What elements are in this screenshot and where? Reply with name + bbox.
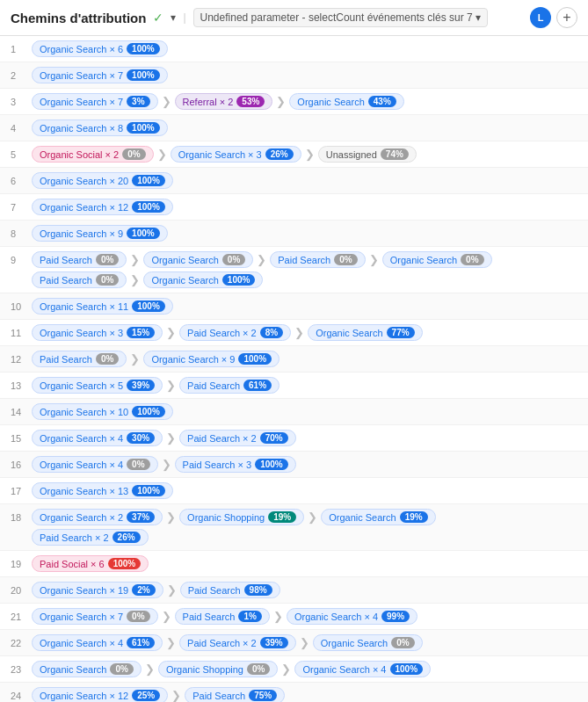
channel-chip[interactable]: Paid Search × 28% [179,324,291,341]
row-number: 15 [11,430,32,444]
channel-chip[interactable]: Organic Search0% [382,251,492,268]
channel-chip[interactable]: Organic Search × 9100% [32,225,168,242]
row-content: Organic Search0%❯Organic Shopping0%❯Orga… [32,661,577,677]
channel-chip[interactable]: Organic Search100% [143,271,263,288]
channel-chip[interactable]: Paid Social × 6100% [32,555,149,572]
table-row: 7Organic Search × 12100% [0,194,588,221]
channel-chip[interactable]: Paid Search × 226% [32,529,149,546]
row-number: 1 [11,40,32,54]
channel-chip[interactable]: Organic Search × 10100% [32,403,173,420]
chip-badge: 100% [132,201,165,213]
table-row: 24Organic Search × 1225%❯Paid Search75% [0,683,588,702]
chip-label: Organic Search × 4 [40,460,123,470]
channel-chip[interactable]: Paid Search1% [175,608,270,625]
channel-chip[interactable]: Organic Search × 40% [32,456,158,473]
channel-chip[interactable]: Paid Search98% [180,582,280,598]
channel-chip[interactable]: Organic Social × 20% [32,146,154,163]
chip-line: Paid Search0%❯Organic Search100% [32,271,577,288]
chip-badge: 100% [132,406,165,417]
channel-chip[interactable]: Organic Shopping0% [158,661,279,677]
chip-line: Paid Search0%❯Organic Search0%❯Paid Sear… [32,251,577,268]
row-number: 3 [11,93,32,107]
table-row: 1Organic Search × 6100% [0,36,588,62]
table-row: 16Organic Search × 40%❯Paid Search × 310… [0,452,588,478]
chip-badge: 74% [381,148,409,160]
channel-chip[interactable]: Organic Search × 430% [32,430,163,446]
channel-chip[interactable]: Paid Search75% [185,687,285,702]
row-number: 20 [11,582,32,596]
channel-chip[interactable]: Organic Search0% [143,251,253,268]
channel-chip[interactable]: Organic Search × 20100% [32,172,173,189]
chip-badge: 100% [132,175,165,186]
chip-badge: 2% [132,584,155,596]
channel-chip[interactable]: Organic Search0% [313,634,423,651]
channel-chip[interactable]: Paid Search61% [179,377,279,394]
channel-chip[interactable]: Organic Search × 11100% [32,298,173,315]
chip-line: Organic Search × 237%❯Organic Shopping19… [32,509,577,525]
arrow-icon: ❯ [130,352,140,365]
chip-badge: 99% [381,611,410,622]
add-button[interactable]: + [556,7,577,28]
channel-chip[interactable]: Organic Search × 6100% [32,40,168,57]
channel-chip[interactable]: Paid Search × 270% [179,430,296,446]
channel-chip[interactable]: Unassigned74% [318,146,417,163]
channel-chip[interactable]: Organic Search × 499% [287,608,417,625]
channel-chip[interactable]: Organic Search19% [321,509,435,525]
chip-badge: 0% [122,148,145,160]
channel-chip[interactable]: Organic Search × 9100% [143,351,279,367]
param-dropdown[interactable]: Undefined parameter - selectCount événem… [193,8,488,27]
chip-label: Organic Search [297,97,364,107]
channel-chip[interactable]: Organic Search × 73% [32,93,158,110]
channel-chip[interactable]: Paid Search0% [32,251,127,268]
arrow-icon: ❯ [166,326,176,339]
channel-chip[interactable]: Organic Search × 237% [32,509,163,525]
channel-chip[interactable]: Organic Search × 70% [32,608,158,625]
title-dropdown[interactable]: ▾ [171,11,176,24]
channel-chip[interactable]: Paid Search0% [270,251,365,268]
channel-chip[interactable]: Organic Search × 461% [32,634,163,651]
row-content: Organic Search × 40%❯Paid Search × 3100% [32,456,577,473]
arrow-icon: ❯ [276,95,286,108]
channel-chip[interactable]: Paid Search0% [32,271,127,288]
channel-chip[interactable]: Organic Shopping19% [179,509,304,525]
channel-chip[interactable]: Organic Search × 7100% [32,67,168,83]
arrow-icon: ❯ [171,689,181,702]
row-content: Organic Search × 13100% [32,482,577,499]
attribution-table: 1Organic Search × 6100%2Organic Search ×… [0,36,588,702]
channel-chip[interactable]: Organic Search0% [32,661,142,677]
chip-badge: 19% [268,511,296,523]
row-number: 21 [11,608,32,622]
chip-label: Referral × 2 [183,97,234,107]
channel-chip[interactable]: Organic Search × 1225% [32,687,168,702]
channel-chip[interactable]: Organic Search × 13100% [32,482,173,499]
chip-badge: 77% [387,327,415,338]
row-content: Organic Search × 430%❯Paid Search × 270% [32,430,577,446]
channel-chip[interactable]: Referral × 253% [175,93,273,110]
row-number: 9 [11,251,32,265]
chip-label: Organic Search × 12 [40,691,128,701]
channel-chip[interactable]: Organic Search × 8100% [32,119,168,136]
table-row: 8Organic Search × 9100% [0,221,588,247]
chip-label: Organic Search × 2 [40,512,123,523]
chip-label: Paid Search [278,255,330,265]
channel-chip[interactable]: Organic Search77% [308,324,422,341]
channel-chip[interactable]: Paid Search × 3100% [175,456,296,473]
channel-chip[interactable]: Organic Search43% [289,93,403,110]
channel-chip[interactable]: Organic Search × 192% [32,582,163,598]
channel-chip[interactable]: Paid Search0% [32,351,127,367]
chip-label: Organic Search × 7 [40,97,123,107]
channel-chip[interactable]: Organic Search × 4100% [294,661,431,677]
channel-chip[interactable]: Organic Search × 315% [32,324,163,341]
channel-chip[interactable]: Organic Search × 539% [32,377,163,394]
arrow-icon: ❯ [162,95,171,108]
table-row: 22Organic Search × 461%❯Paid Search × 23… [0,630,588,656]
channel-chip[interactable]: Paid Search × 239% [179,634,296,651]
arrow-icon: ❯ [130,253,140,266]
arrow-icon: ❯ [130,273,140,286]
chip-badge: 53% [236,96,265,107]
chip-badge: 98% [244,584,272,596]
channel-chip[interactable]: Organic Search × 326% [171,146,301,163]
channel-chip[interactable]: Organic Search × 12100% [32,199,173,215]
arrow-icon: ❯ [166,510,176,524]
chip-label: Organic Search × 7 [40,70,123,81]
